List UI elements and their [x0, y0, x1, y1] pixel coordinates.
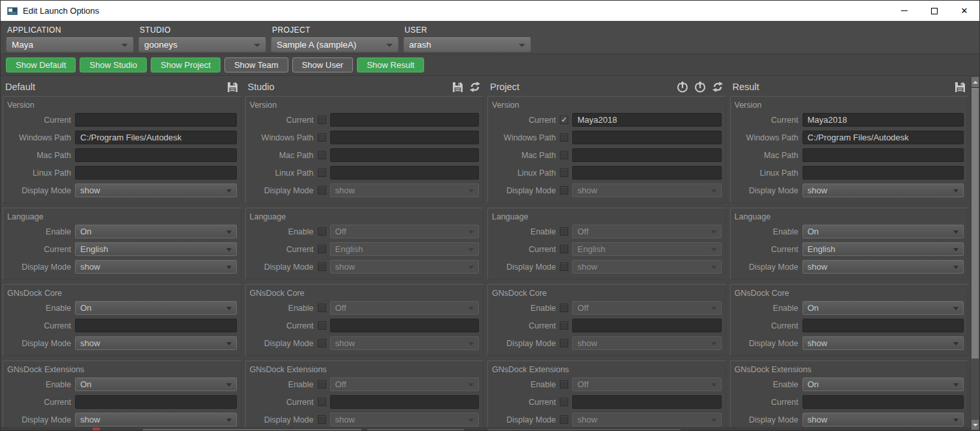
result-version-current-input[interactable]	[803, 113, 964, 127]
studio-version-mac-path-input[interactable]	[330, 148, 480, 162]
minimize-button[interactable]	[889, 1, 919, 21]
studio-gnsdock-extensions-enable-select[interactable]: Off	[330, 377, 480, 391]
show-default-button[interactable]: Show Default	[6, 57, 76, 72]
default-version-display-mode-select[interactable]: show	[75, 184, 237, 197]
project-version-linux-path-checkbox[interactable]	[560, 168, 568, 177]
upload-icon[interactable]	[677, 81, 688, 93]
project-version-mac-path-input[interactable]	[572, 148, 722, 162]
default-version-current-input[interactable]	[75, 113, 237, 127]
studio-version-linux-path-checkbox[interactable]	[318, 168, 326, 177]
studio-gnsdock-core-display-mode-checkbox[interactable]	[318, 339, 326, 347]
project-version-mac-path-checkbox[interactable]	[560, 151, 568, 159]
studio-gnsdock-extensions-enable-checkbox[interactable]	[318, 380, 326, 389]
studio-gnsdock-extensions-display-mode-checkbox[interactable]	[318, 415, 326, 424]
studio-select[interactable]: gooneys	[138, 37, 266, 52]
studio-gnsdock-core-enable-select[interactable]: Off	[330, 301, 480, 315]
refresh-icon[interactable]	[712, 81, 724, 93]
save-icon[interactable]	[954, 81, 966, 93]
project-language-display-mode-select[interactable]: show	[572, 260, 722, 274]
default-language-enable-select[interactable]: On	[75, 225, 237, 238]
default-gnsdock-core-current-input[interactable]	[75, 319, 237, 332]
application-select[interactable]: Maya	[6, 37, 134, 52]
result-gnsdock-extensions-current-input[interactable]	[803, 395, 964, 409]
show-result-button[interactable]: Show Result	[357, 57, 424, 72]
studio-gnsdock-core-display-mode-select[interactable]: show	[330, 336, 480, 350]
default-version-mac-path-input[interactable]	[75, 148, 237, 162]
default-gnsdock-core-enable-select[interactable]: On	[75, 301, 237, 315]
project-version-windows-path-checkbox[interactable]	[560, 133, 568, 142]
result-gnsdock-extensions-display-mode-select[interactable]: show	[803, 413, 964, 426]
default-gnsdock-core-display-mode-select[interactable]: show	[75, 336, 237, 350]
project-select[interactable]: Sample A (sampleA)	[271, 37, 399, 52]
studio-language-display-mode-select[interactable]: show	[330, 260, 480, 274]
result-gnsdock-extensions-enable-select[interactable]: On	[803, 377, 964, 391]
studio-gnsdock-core-current-input[interactable]	[330, 319, 480, 332]
project-gnsdock-core-current-input[interactable]	[572, 319, 722, 332]
save-icon[interactable]	[452, 81, 463, 93]
project-version-current-checkbox[interactable]	[560, 116, 568, 124]
project-version-linux-path-input[interactable]	[572, 166, 722, 180]
project-gnsdock-core-display-mode-checkbox[interactable]	[560, 339, 568, 347]
studio-language-current-checkbox[interactable]	[318, 245, 326, 253]
default-language-current-select[interactable]: English	[75, 242, 237, 256]
result-gnsdock-core-display-mode-select[interactable]: show	[803, 336, 964, 350]
project-version-display-mode-select[interactable]: show	[572, 184, 722, 197]
default-version-linux-path-input[interactable]	[75, 166, 237, 180]
close-button[interactable]: ✕	[949, 1, 979, 21]
studio-gnsdock-extensions-display-mode-select[interactable]: show	[330, 413, 480, 426]
studio-version-linux-path-input[interactable]	[330, 166, 480, 180]
studio-language-current-select[interactable]: English	[330, 242, 480, 256]
studio-language-display-mode-checkbox[interactable]	[318, 263, 326, 271]
studio-version-display-mode-select[interactable]: show	[330, 184, 480, 197]
upload-icon[interactable]	[694, 81, 706, 93]
project-language-current-select[interactable]: English	[572, 242, 722, 256]
studio-language-enable-checkbox[interactable]	[318, 227, 326, 236]
refresh-icon[interactable]	[469, 81, 481, 93]
result-gnsdock-core-enable-select[interactable]: On	[803, 301, 964, 315]
save-icon[interactable]	[227, 81, 239, 93]
result-version-windows-path-input[interactable]	[803, 131, 964, 144]
result-gnsdock-core-current-input[interactable]	[803, 319, 964, 332]
project-language-current-checkbox[interactable]	[560, 245, 568, 253]
studio-gnsdock-extensions-current-checkbox[interactable]	[318, 398, 326, 406]
project-gnsdock-core-enable-select[interactable]: Off	[572, 301, 722, 315]
user-select[interactable]: arash	[403, 37, 531, 52]
project-gnsdock-extensions-enable-select[interactable]: Off	[572, 377, 722, 391]
scroll-up-button[interactable]	[972, 77, 979, 87]
result-language-current-select[interactable]: English	[803, 242, 964, 256]
result-version-linux-path-input[interactable]	[803, 166, 964, 180]
result-version-display-mode-select[interactable]: show	[803, 184, 964, 197]
default-version-windows-path-input[interactable]	[75, 131, 237, 144]
show-project-button[interactable]: Show Project	[151, 57, 221, 72]
show-user-button[interactable]: Show User	[292, 57, 354, 72]
result-language-display-mode-select[interactable]: show	[803, 260, 964, 274]
vertical-scrollbar[interactable]	[970, 76, 979, 430]
project-language-enable-select[interactable]: Off	[572, 225, 722, 238]
project-gnsdock-core-display-mode-select[interactable]: show	[572, 336, 722, 350]
project-gnsdock-core-current-checkbox[interactable]	[560, 321, 568, 330]
default-gnsdock-extensions-current-input[interactable]	[75, 395, 237, 409]
project-gnsdock-extensions-current-checkbox[interactable]	[560, 398, 568, 406]
studio-version-windows-path-checkbox[interactable]	[318, 133, 326, 142]
project-gnsdock-extensions-display-mode-select[interactable]: show	[572, 413, 722, 426]
project-gnsdock-core-enable-checkbox[interactable]	[560, 304, 568, 312]
result-language-enable-select[interactable]: On	[803, 225, 964, 238]
studio-version-windows-path-input[interactable]	[330, 131, 480, 144]
studio-language-enable-select[interactable]: Off	[330, 225, 480, 238]
studio-gnsdock-core-current-checkbox[interactable]	[318, 321, 326, 330]
studio-version-current-checkbox[interactable]	[318, 116, 326, 124]
default-language-display-mode-select[interactable]: show	[75, 260, 237, 274]
scroll-down-button[interactable]	[972, 420, 979, 430]
studio-version-mac-path-checkbox[interactable]	[318, 151, 326, 159]
project-version-display-mode-checkbox[interactable]	[560, 186, 568, 195]
default-gnsdock-extensions-enable-select[interactable]: On	[75, 377, 237, 391]
show-studio-button[interactable]: Show Studio	[80, 57, 147, 72]
default-gnsdock-extensions-display-mode-select[interactable]: show	[75, 413, 237, 426]
scrollbar-thumb[interactable]	[972, 88, 979, 359]
maximize-button[interactable]	[919, 1, 949, 21]
project-language-display-mode-checkbox[interactable]	[560, 263, 568, 271]
studio-gnsdock-core-enable-checkbox[interactable]	[318, 304, 326, 312]
project-gnsdock-extensions-enable-checkbox[interactable]	[560, 380, 568, 389]
result-version-mac-path-input[interactable]	[803, 148, 964, 162]
studio-version-current-input[interactable]	[330, 113, 480, 127]
